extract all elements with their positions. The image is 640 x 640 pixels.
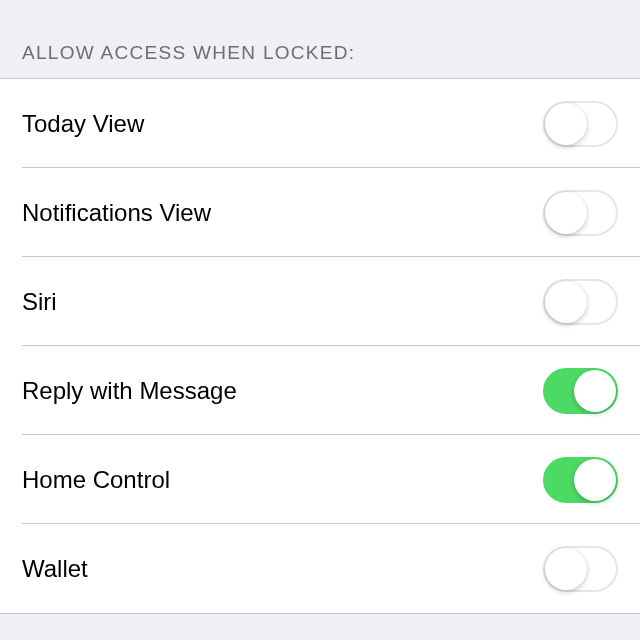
toggle-siri[interactable] [543, 279, 618, 325]
row-notifications-view: Notifications View [0, 168, 640, 257]
row-reply-with-message: Reply with Message [0, 346, 640, 435]
row-label: Notifications View [22, 199, 211, 227]
row-wallet: Wallet [0, 524, 640, 613]
row-label: Today View [22, 110, 144, 138]
toggle-knob-icon [574, 459, 616, 501]
toggle-knob-icon [545, 192, 587, 234]
settings-list: Today View Notifications View Siri Reply… [0, 78, 640, 614]
toggle-knob-icon [574, 370, 616, 412]
toggle-wallet[interactable] [543, 546, 618, 592]
section-header: ALLOW ACCESS WHEN LOCKED: [0, 0, 640, 78]
toggle-knob-icon [545, 103, 587, 145]
toggle-notifications-view[interactable] [543, 190, 618, 236]
toggle-home-control[interactable] [543, 457, 618, 503]
row-label: Reply with Message [22, 377, 237, 405]
row-label: Wallet [22, 555, 88, 583]
toggle-knob-icon [545, 548, 587, 590]
toggle-today-view[interactable] [543, 101, 618, 147]
toggle-knob-icon [545, 281, 587, 323]
row-today-view: Today View [0, 79, 640, 168]
row-label: Siri [22, 288, 57, 316]
row-siri: Siri [0, 257, 640, 346]
row-home-control: Home Control [0, 435, 640, 524]
row-label: Home Control [22, 466, 170, 494]
toggle-reply-with-message[interactable] [543, 368, 618, 414]
